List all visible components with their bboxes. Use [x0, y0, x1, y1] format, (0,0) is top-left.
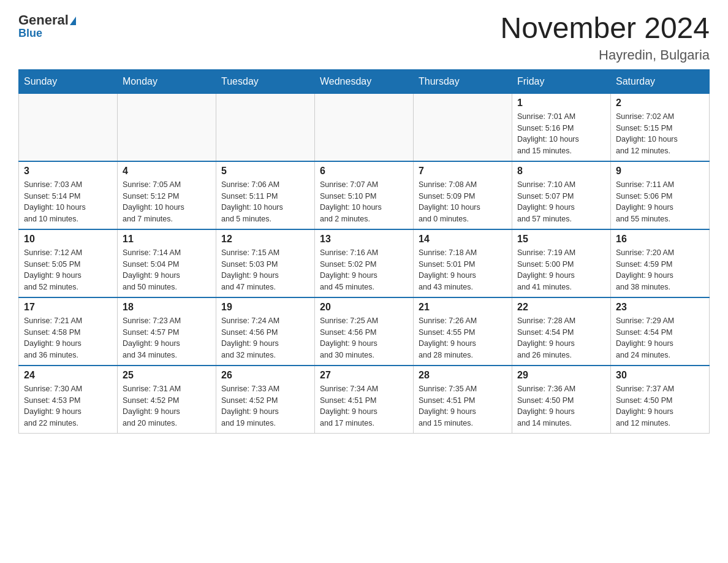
logo: General Blue — [18, 12, 76, 40]
calendar-cell: 8Sunrise: 7:10 AMSunset: 5:07 PMDaylight… — [512, 161, 611, 229]
day-number: 26 — [221, 370, 309, 381]
logo-blue: Blue — [18, 27, 42, 40]
weekday-header-row: SundayMondayTuesdayWednesdayThursdayFrid… — [19, 69, 710, 93]
day-info: Sunrise: 7:26 AMSunset: 4:55 PMDaylight:… — [419, 315, 507, 361]
title-block: November 2024 Hayredin, Bulgaria — [500, 12, 710, 63]
day-number: 12 — [221, 234, 309, 245]
day-number: 7 — [419, 166, 507, 177]
day-info: Sunrise: 7:33 AMSunset: 4:52 PMDaylight:… — [221, 383, 309, 429]
day-number: 1 — [517, 98, 605, 109]
day-number: 16 — [616, 234, 704, 245]
calendar-cell: 9Sunrise: 7:11 AMSunset: 5:06 PMDaylight… — [611, 161, 710, 229]
day-number: 17 — [24, 302, 112, 313]
calendar-body: 1Sunrise: 7:01 AMSunset: 5:16 PMDaylight… — [19, 93, 710, 433]
weekday-header-monday: Monday — [118, 69, 216, 93]
calendar-header: SundayMondayTuesdayWednesdayThursdayFrid… — [19, 69, 710, 93]
page-header: General Blue November 2024 Hayredin, Bul… — [18, 12, 710, 63]
week-row-5: 24Sunrise: 7:30 AMSunset: 4:53 PMDayligh… — [19, 366, 710, 434]
day-info: Sunrise: 7:02 AMSunset: 5:15 PMDaylight:… — [616, 111, 704, 157]
day-info: Sunrise: 7:21 AMSunset: 4:58 PMDaylight:… — [24, 315, 112, 361]
day-number: 20 — [320, 302, 408, 313]
day-info: Sunrise: 7:25 AMSunset: 4:56 PMDaylight:… — [320, 315, 408, 361]
calendar-cell: 2Sunrise: 7:02 AMSunset: 5:15 PMDaylight… — [611, 93, 710, 161]
calendar-cell: 16Sunrise: 7:20 AMSunset: 4:59 PMDayligh… — [611, 229, 710, 297]
calendar-cell: 19Sunrise: 7:24 AMSunset: 4:56 PMDayligh… — [216, 297, 315, 366]
day-number: 2 — [616, 98, 704, 109]
day-info: Sunrise: 7:28 AMSunset: 4:54 PMDaylight:… — [517, 315, 605, 361]
calendar-cell: 22Sunrise: 7:28 AMSunset: 4:54 PMDayligh… — [512, 297, 611, 366]
day-number: 22 — [517, 302, 605, 313]
day-info: Sunrise: 7:16 AMSunset: 5:02 PMDaylight:… — [320, 247, 408, 293]
day-info: Sunrise: 7:24 AMSunset: 4:56 PMDaylight:… — [221, 315, 309, 361]
day-info: Sunrise: 7:37 AMSunset: 4:50 PMDaylight:… — [616, 383, 704, 429]
day-info: Sunrise: 7:18 AMSunset: 5:01 PMDaylight:… — [419, 247, 507, 293]
calendar-table: SundayMondayTuesdayWednesdayThursdayFrid… — [18, 69, 710, 434]
calendar-cell: 11Sunrise: 7:14 AMSunset: 5:04 PMDayligh… — [118, 229, 216, 297]
logo-triangle-icon — [70, 17, 76, 25]
calendar-cell: 10Sunrise: 7:12 AMSunset: 5:05 PMDayligh… — [19, 229, 118, 297]
day-info: Sunrise: 7:20 AMSunset: 4:59 PMDaylight:… — [616, 247, 704, 293]
day-number: 30 — [616, 370, 704, 381]
day-info: Sunrise: 7:14 AMSunset: 5:04 PMDaylight:… — [123, 247, 211, 293]
calendar-cell: 28Sunrise: 7:35 AMSunset: 4:51 PMDayligh… — [414, 366, 512, 434]
logo-general: General — [18, 12, 76, 28]
calendar-cell: 5Sunrise: 7:06 AMSunset: 5:11 PMDaylight… — [216, 161, 315, 229]
calendar-cell: 3Sunrise: 7:03 AMSunset: 5:14 PMDaylight… — [19, 161, 118, 229]
calendar-cell: 4Sunrise: 7:05 AMSunset: 5:12 PMDaylight… — [118, 161, 216, 229]
day-number: 14 — [419, 234, 507, 245]
day-info: Sunrise: 7:08 AMSunset: 5:09 PMDaylight:… — [419, 179, 507, 225]
calendar-cell: 7Sunrise: 7:08 AMSunset: 5:09 PMDaylight… — [414, 161, 512, 229]
week-row-4: 17Sunrise: 7:21 AMSunset: 4:58 PMDayligh… — [19, 297, 710, 366]
day-number: 4 — [123, 166, 211, 177]
week-row-2: 3Sunrise: 7:03 AMSunset: 5:14 PMDaylight… — [19, 161, 710, 229]
calendar-cell: 14Sunrise: 7:18 AMSunset: 5:01 PMDayligh… — [414, 229, 512, 297]
day-info: Sunrise: 7:11 AMSunset: 5:06 PMDaylight:… — [616, 179, 704, 225]
calendar-cell: 25Sunrise: 7:31 AMSunset: 4:52 PMDayligh… — [118, 366, 216, 434]
calendar-cell: 27Sunrise: 7:34 AMSunset: 4:51 PMDayligh… — [315, 366, 414, 434]
day-info: Sunrise: 7:03 AMSunset: 5:14 PMDaylight:… — [24, 179, 112, 225]
day-number: 29 — [517, 370, 605, 381]
calendar-cell: 30Sunrise: 7:37 AMSunset: 4:50 PMDayligh… — [611, 366, 710, 434]
day-info: Sunrise: 7:23 AMSunset: 4:57 PMDaylight:… — [123, 315, 211, 361]
day-info: Sunrise: 7:30 AMSunset: 4:53 PMDaylight:… — [24, 383, 112, 429]
calendar-cell: 12Sunrise: 7:15 AMSunset: 5:03 PMDayligh… — [216, 229, 315, 297]
calendar-cell — [315, 93, 414, 161]
weekday-header-tuesday: Tuesday — [216, 69, 315, 93]
day-number: 24 — [24, 370, 112, 381]
week-row-3: 10Sunrise: 7:12 AMSunset: 5:05 PMDayligh… — [19, 229, 710, 297]
day-info: Sunrise: 7:10 AMSunset: 5:07 PMDaylight:… — [517, 179, 605, 225]
calendar-cell: 26Sunrise: 7:33 AMSunset: 4:52 PMDayligh… — [216, 366, 315, 434]
day-info: Sunrise: 7:31 AMSunset: 4:52 PMDaylight:… — [123, 383, 211, 429]
day-number: 19 — [221, 302, 309, 313]
day-number: 6 — [320, 166, 408, 177]
day-number: 10 — [24, 234, 112, 245]
day-info: Sunrise: 7:12 AMSunset: 5:05 PMDaylight:… — [24, 247, 112, 293]
calendar-cell — [216, 93, 315, 161]
day-number: 3 — [24, 166, 112, 177]
calendar-cell — [118, 93, 216, 161]
day-number: 21 — [419, 302, 507, 313]
day-info: Sunrise: 7:05 AMSunset: 5:12 PMDaylight:… — [123, 179, 211, 225]
calendar-cell: 29Sunrise: 7:36 AMSunset: 4:50 PMDayligh… — [512, 366, 611, 434]
day-number: 13 — [320, 234, 408, 245]
day-number: 25 — [123, 370, 211, 381]
subtitle: Hayredin, Bulgaria — [500, 47, 710, 63]
day-info: Sunrise: 7:01 AMSunset: 5:16 PMDaylight:… — [517, 111, 605, 157]
day-info: Sunrise: 7:35 AMSunset: 4:51 PMDaylight:… — [419, 383, 507, 429]
calendar-cell: 13Sunrise: 7:16 AMSunset: 5:02 PMDayligh… — [315, 229, 414, 297]
calendar-cell: 1Sunrise: 7:01 AMSunset: 5:16 PMDaylight… — [512, 93, 611, 161]
day-number: 23 — [616, 302, 704, 313]
calendar-cell: 15Sunrise: 7:19 AMSunset: 5:00 PMDayligh… — [512, 229, 611, 297]
day-info: Sunrise: 7:34 AMSunset: 4:51 PMDaylight:… — [320, 383, 408, 429]
day-info: Sunrise: 7:06 AMSunset: 5:11 PMDaylight:… — [221, 179, 309, 225]
day-number: 28 — [419, 370, 507, 381]
calendar-cell: 21Sunrise: 7:26 AMSunset: 4:55 PMDayligh… — [414, 297, 512, 366]
day-number: 27 — [320, 370, 408, 381]
day-number: 18 — [123, 302, 211, 313]
calendar-cell: 18Sunrise: 7:23 AMSunset: 4:57 PMDayligh… — [118, 297, 216, 366]
day-info: Sunrise: 7:36 AMSunset: 4:50 PMDaylight:… — [517, 383, 605, 429]
week-row-1: 1Sunrise: 7:01 AMSunset: 5:16 PMDaylight… — [19, 93, 710, 161]
day-info: Sunrise: 7:15 AMSunset: 5:03 PMDaylight:… — [221, 247, 309, 293]
calendar-cell: 17Sunrise: 7:21 AMSunset: 4:58 PMDayligh… — [19, 297, 118, 366]
weekday-header-wednesday: Wednesday — [315, 69, 414, 93]
